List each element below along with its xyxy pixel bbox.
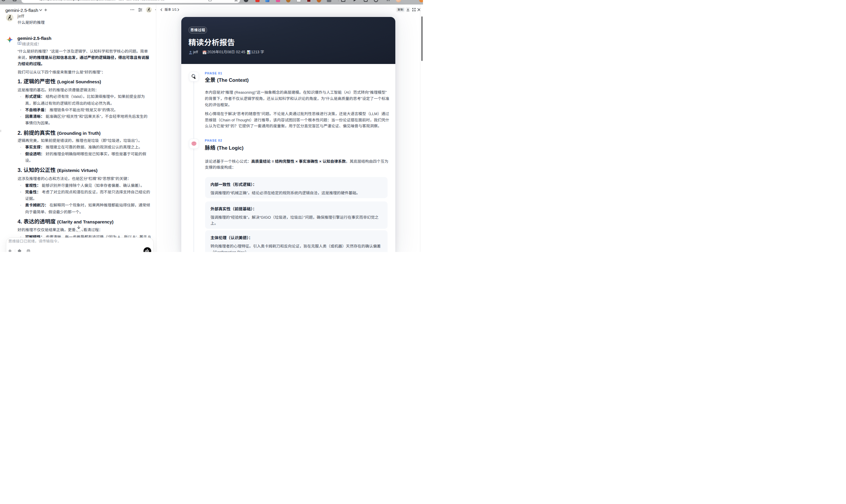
svg-text:JUL: JUL xyxy=(204,51,206,52)
svg-text:17: 17 xyxy=(203,52,206,54)
